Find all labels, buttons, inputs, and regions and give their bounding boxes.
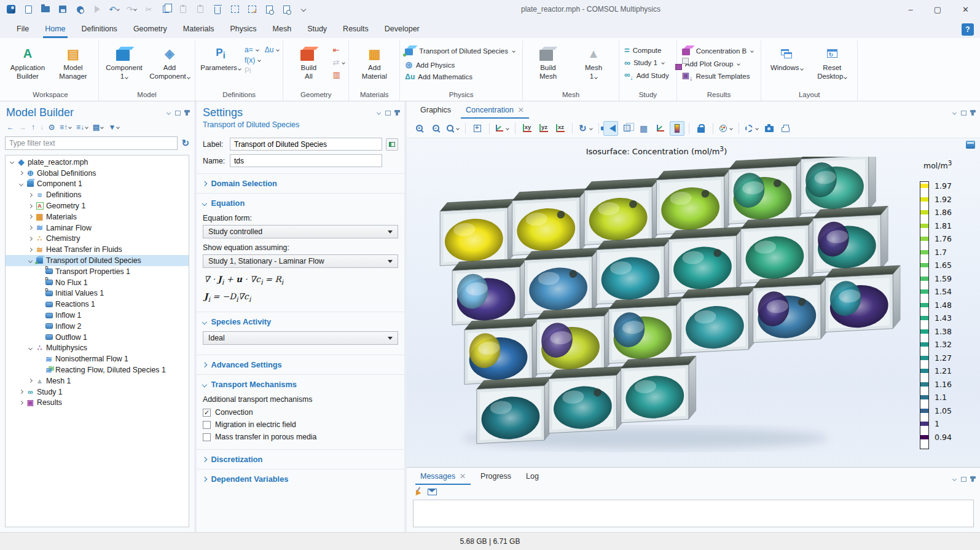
tree-node-geometry-1[interactable]: AGeometry 1 — [6, 200, 189, 211]
nonlocal-couplings-button[interactable]: Δu — [265, 45, 280, 54]
section-discretization[interactable]: Discretization — [197, 450, 404, 469]
copy-view-icon[interactable] — [262, 2, 276, 16]
tree-node-global-definitions[interactable]: ⊕Global Definitions — [6, 168, 189, 179]
pin-panel-icon[interactable] — [971, 110, 974, 116]
tree-node-inflow-2[interactable]: Inflow 2 — [6, 321, 189, 332]
tree-node-chemistry[interactable]: ∴Chemistry — [6, 234, 189, 245]
partition-button[interactable]: ▥ — [332, 70, 345, 79]
add-plot-group-button[interactable]: Add Plot Group — [681, 59, 757, 69]
view-xz-icon[interactable]: xz — [553, 121, 568, 136]
ribbon-tab-home[interactable]: Home — [37, 21, 73, 38]
select-box-icon[interactable] — [227, 2, 242, 16]
copy-icon[interactable] — [159, 2, 173, 16]
close-tab-icon[interactable]: ✕ — [518, 106, 524, 114]
reset-desktop-button[interactable]: ↻ResetDesktop — [810, 43, 853, 82]
ribbon-tab-developer[interactable]: Developer — [377, 21, 428, 38]
tree-expander-icon[interactable] — [26, 237, 34, 240]
tree-node-reacting-flow-diluted-species-1[interactable]: ≋Reacting Flow, Diluted Species 1 — [6, 364, 189, 375]
image-settings-icon[interactable] — [718, 121, 734, 136]
zoom-out-icon[interactable]: − — [428, 121, 443, 136]
print-icon[interactable] — [778, 121, 793, 136]
tree-node-laminar-flow[interactable]: ≋Laminar Flow — [6, 222, 189, 234]
tree-node-reactions-1[interactable]: Reactions 1 — [6, 299, 189, 310]
tree-expander-icon[interactable] — [17, 390, 25, 393]
panel-menu-icon[interactable] — [377, 111, 381, 115]
scene-light-icon[interactable] — [603, 121, 618, 136]
tree-node-inflow-1[interactable]: Inflow 1 — [6, 310, 189, 321]
tab-messages[interactable]: Messages✕ — [413, 469, 473, 485]
tree-expander-icon[interactable] — [26, 259, 34, 262]
tree-expander-icon[interactable] — [26, 379, 34, 382]
section-species-activity[interactable]: Species Activity — [197, 312, 404, 331]
save-as-icon[interactable] — [73, 2, 87, 16]
build-all-button[interactable]: BuildAll — [287, 43, 330, 82]
label-input[interactable] — [230, 138, 382, 151]
name-input[interactable] — [230, 154, 382, 167]
orientation-icon[interactable] — [653, 121, 668, 136]
ribbon-tab-results[interactable]: Results — [335, 21, 377, 38]
toolbar-options-icon[interactable] — [296, 2, 311, 16]
maximize-button[interactable]: ▢ — [934, 5, 941, 14]
tree-node-outflow-1[interactable]: Outflow 1 — [6, 332, 189, 343]
tree-expander-icon[interactable] — [26, 248, 34, 251]
plot-group-button[interactable]: Concentration B — [681, 44, 757, 58]
clear-selection-icon[interactable] — [245, 2, 259, 16]
ribbon-tab-mesh[interactable]: Mesh — [265, 21, 300, 38]
messages-output-area[interactable] — [413, 500, 974, 527]
move-down-icon[interactable]: ↓ — [38, 122, 45, 133]
tree-node-plate-reactor-mph[interactable]: ◆plate_reactor.mph — [6, 157, 189, 168]
float-panel-icon[interactable] — [961, 477, 966, 482]
section-advanced-settings[interactable]: Advanced Settings — [197, 355, 404, 374]
snapshot-icon[interactable] — [743, 121, 760, 136]
graphics-canvas[interactable]: Isosurface: Concentration (mol/m3) mol/m… — [407, 138, 980, 467]
tree-node-nonisothermal-flow-1[interactable]: ≋Nonisothermal Flow 1 — [6, 353, 189, 364]
edit-label-button[interactable] — [386, 138, 398, 151]
tree-node-heat-transfer-in-fluids[interactable]: ≋Heat Transfer in Fluids — [6, 244, 189, 255]
tree-node-transport-properties-1[interactable]: Transport Properties 1 — [6, 266, 189, 277]
view-xy-icon[interactable]: xy — [520, 121, 535, 136]
forward-icon[interactable]: → — [17, 122, 28, 133]
physics-node-button[interactable]: Transport of Diluted Species — [404, 44, 519, 58]
tab-progress[interactable]: Progress — [473, 469, 519, 485]
tab-graphics[interactable]: Graphics — [413, 103, 458, 119]
zoom-in-icon[interactable]: + — [412, 121, 426, 136]
add-material-button[interactable]: ▦AddMaterial — [353, 43, 396, 82]
functions-button[interactable]: f(x) — [245, 56, 261, 65]
model-manager-button[interactable]: ▤ModelManager — [52, 43, 95, 82]
add-physics-button[interactable]: ⊛Add Physics — [404, 59, 519, 71]
application-builder-button[interactable]: AApplicationBuilder — [6, 43, 49, 82]
tree-expander-icon[interactable] — [26, 194, 34, 197]
tree-expander-icon[interactable] — [26, 226, 34, 229]
checkbox-convection[interactable]: ✓Convection — [203, 406, 398, 418]
section-domain-selection[interactable]: Domain Selection — [197, 174, 404, 193]
ribbon-tab-file[interactable]: File — [9, 21, 37, 38]
minimize-button[interactable]: – — [909, 5, 913, 14]
new-file-icon[interactable] — [21, 2, 36, 16]
transparency-icon[interactable] — [620, 121, 635, 136]
save-icon[interactable] — [55, 2, 70, 16]
back-icon[interactable]: ← — [5, 122, 16, 133]
component-1-button[interactable]: Component1 — [103, 43, 146, 82]
float-panel-icon[interactable] — [961, 111, 966, 116]
tree-node-transport-of-diluted-species[interactable]: Transport of Diluted Species — [6, 255, 189, 266]
rotate-icon[interactable]: ↻ — [577, 121, 594, 136]
close-tab-icon[interactable]: ✕ — [460, 472, 466, 481]
message-options-icon[interactable] — [428, 489, 437, 495]
tree-expander-icon[interactable] — [26, 215, 34, 218]
equation-form-select[interactable]: Study controlled — [203, 225, 398, 238]
tree-node-definitions[interactable]: ≡Definitions — [6, 189, 189, 200]
open-icon[interactable] — [38, 2, 53, 16]
expand-all-icon[interactable]: ≡↑ — [58, 122, 73, 133]
add-mathematics-button[interactable]: ΔuAdd Mathematics — [404, 72, 519, 82]
delete-icon[interactable] — [210, 2, 225, 16]
tree-node-materials[interactable]: ▦Materials — [6, 211, 189, 222]
ribbon-tab-geometry[interactable]: Geometry — [125, 21, 175, 38]
study-1-button[interactable]: ∞Study 1 — [623, 57, 673, 68]
pin-panel-icon[interactable] — [396, 110, 398, 116]
result-templates-button[interactable]: ▣↓Result Templates — [681, 70, 757, 82]
tab-concentration[interactable]: Concentration✕ — [458, 103, 531, 119]
move-up-icon[interactable]: ↑ — [29, 122, 37, 133]
undo-icon[interactable]: ↶ — [107, 2, 122, 16]
close-button[interactable]: ✕ — [962, 5, 969, 14]
tree-node-no-flux-1[interactable]: No Flux 1 — [6, 277, 189, 288]
